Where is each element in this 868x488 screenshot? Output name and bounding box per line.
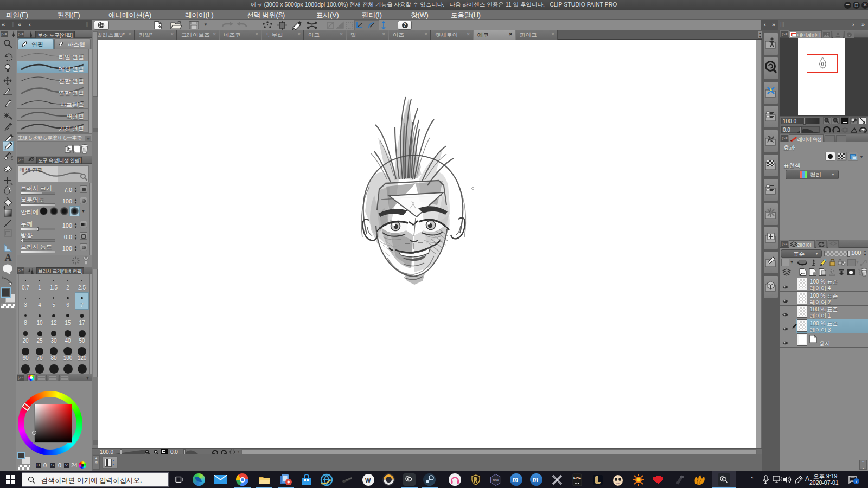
svg-text:EPIC: EPIC	[573, 476, 582, 479]
svg-text:nox: nox	[493, 478, 499, 482]
